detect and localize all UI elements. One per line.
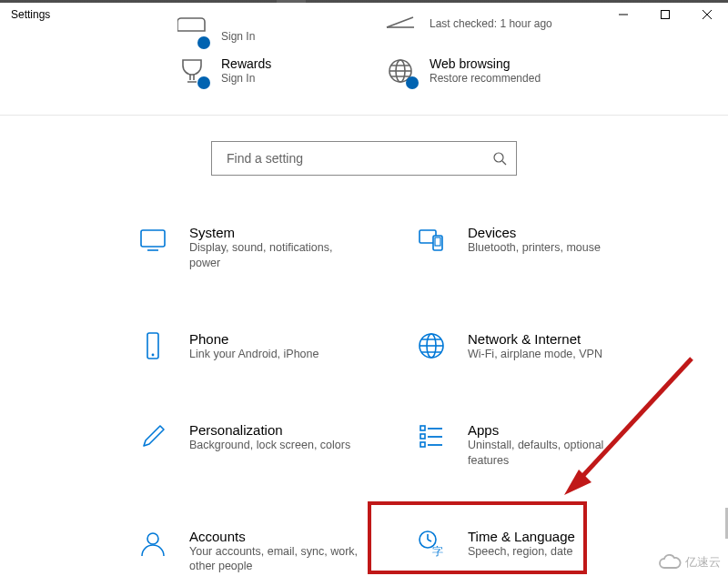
category-subtitle: Bluetooth, printers, mouse <box>468 240 601 256</box>
settings-categories: System Display, sound, notifications, po… <box>0 221 728 576</box>
rewards-subtitle: Sign In <box>221 71 271 86</box>
cloud-icon <box>658 554 682 571</box>
apps-icon <box>417 422 446 451</box>
rewards-tile[interactable]: Rewards Sign In <box>177 56 364 86</box>
web-browsing-title: Web browsing <box>430 56 541 71</box>
web-browsing-subtitle: Restore recommended <box>430 71 541 86</box>
category-apps[interactable]: Apps Uninstall, defaults, optional featu… <box>413 419 659 472</box>
window-title: Settings <box>11 8 50 21</box>
globe-icon <box>386 56 415 86</box>
time-language-icon: 字 <box>417 529 446 558</box>
status-badge <box>197 36 210 49</box>
svg-rect-24 <box>420 442 425 447</box>
svg-line-28 <box>428 540 431 541</box>
minimize-button[interactable] <box>602 0 644 29</box>
devices-icon <box>417 225 446 254</box>
category-title: Devices <box>468 225 601 240</box>
update-tile[interactable]: Last checked: 1 hour ago <box>386 29 572 45</box>
svg-rect-1 <box>662 11 670 19</box>
category-network[interactable]: Network & Internet Wi-Fi, airplane mode,… <box>413 328 659 366</box>
personalization-icon <box>138 422 167 451</box>
phone-icon <box>138 331 167 360</box>
sign-in-subtitle: Sign In <box>221 29 255 44</box>
update-icon <box>386 16 415 45</box>
divider <box>0 115 728 116</box>
category-title: Personalization <box>189 422 350 438</box>
maximize-icon <box>661 10 670 19</box>
search-icon <box>492 151 507 166</box>
category-title: System <box>189 225 362 240</box>
web-browsing-tile[interactable]: Web browsing Restore recommended <box>386 56 572 86</box>
svg-point-7 <box>494 153 503 162</box>
category-title: Network & Internet <box>468 331 602 347</box>
sign-in-tile[interactable]: Sign In <box>177 29 364 45</box>
category-subtitle: Uninstall, defaults, optional features <box>468 438 641 469</box>
svg-point-15 <box>152 354 155 357</box>
status-badge <box>406 76 419 89</box>
category-subtitle: Background, lock screen, colors <box>189 438 350 453</box>
account-status-header: Sign In Last checked: 1 hour ago Rewards… <box>0 29 728 115</box>
update-subtitle: Last checked: 1 hour ago <box>430 16 552 31</box>
maximize-button[interactable] <box>644 0 686 29</box>
minimize-icon <box>619 10 628 19</box>
category-phone[interactable]: Phone Link your Android, iPhone <box>135 328 380 366</box>
category-time-language[interactable]: 字 Time & Language Speech, region, date <box>413 525 659 576</box>
window-tabstrip <box>0 0 728 3</box>
system-icon <box>138 225 167 254</box>
status-badge <box>197 76 210 89</box>
category-subtitle: Link your Android, iPhone <box>189 347 318 362</box>
category-subtitle: Speech, region, date <box>468 544 575 560</box>
category-accounts[interactable]: Accounts Your accounts, email, sync, wor… <box>135 525 380 576</box>
search-input[interactable] <box>225 150 492 167</box>
accounts-icon <box>138 529 167 558</box>
category-personalization[interactable]: Personalization Background, lock screen,… <box>135 419 380 472</box>
category-system[interactable]: System Display, sound, notifications, po… <box>135 221 380 275</box>
category-title: Time & Language <box>468 529 575 544</box>
svg-rect-9 <box>141 230 165 247</box>
category-subtitle: Wi-Fi, airplane mode, VPN <box>468 347 602 362</box>
close-button[interactable] <box>686 0 728 29</box>
svg-point-25 <box>147 533 158 544</box>
svg-rect-22 <box>420 426 425 430</box>
category-title: Accounts <box>189 529 362 544</box>
svg-text:字: 字 <box>432 545 443 558</box>
watermark: 亿速云 <box>658 554 721 571</box>
svg-line-8 <box>502 161 506 165</box>
sign-in-icon <box>177 16 207 45</box>
rewards-title: Rewards <box>221 56 271 71</box>
svg-rect-23 <box>420 434 425 439</box>
rewards-icon <box>177 56 207 86</box>
search-box[interactable] <box>211 141 517 176</box>
watermark-text: 亿速云 <box>685 554 721 571</box>
category-title: Phone <box>189 331 318 347</box>
category-subtitle: Your accounts, email, sync, work, other … <box>189 544 362 575</box>
close-icon <box>703 10 712 19</box>
titlebar: Settings <box>0 0 728 29</box>
category-subtitle: Display, sound, notifications, power <box>189 240 362 271</box>
category-devices[interactable]: Devices Bluetooth, printers, mouse <box>413 221 659 275</box>
network-icon <box>417 331 446 360</box>
category-title: Apps <box>468 422 641 438</box>
